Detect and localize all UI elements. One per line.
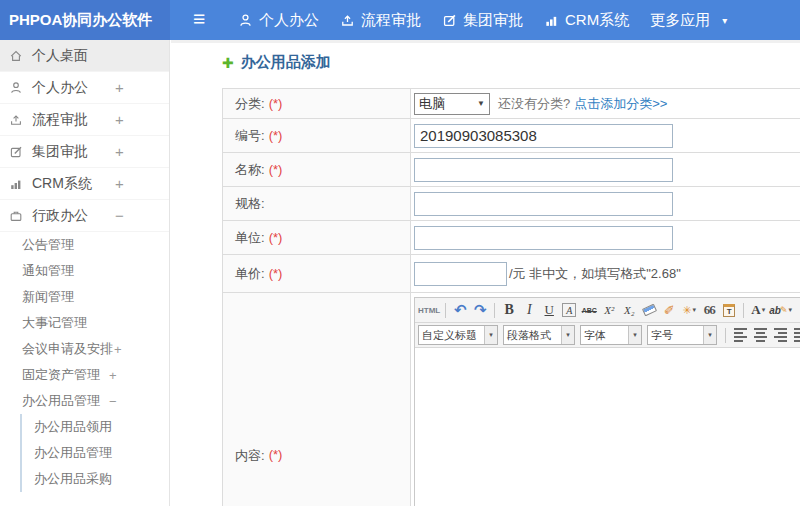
sidebar-subsub-group: 办公用品领用 办公用品管理 办公用品采购 [20, 414, 169, 492]
sidebar-item-personal-desktop[interactable]: 个人桌面 [0, 40, 169, 72]
sidebar-subitem-meeting-mgmt[interactable]: 会议申请及安排 + [0, 336, 169, 362]
nav-crm-system[interactable]: CRM系统 [544, 11, 629, 30]
expand-icon[interactable]: + [115, 136, 124, 167]
chevron-down-icon: ▾ [628, 326, 641, 344]
category-select[interactable]: 电脑 ▼ [414, 93, 490, 115]
form-row-category: 分类: (*) 电脑 ▼ 还没有分类? 点击添加分类>> [223, 89, 800, 119]
sidebar-item-personal-office[interactable]: 个人办公 + [0, 72, 169, 104]
nav-group-approval[interactable]: 集团审批 [442, 11, 523, 30]
expand-icon[interactable]: + [115, 72, 124, 103]
underline-button[interactable]: U [540, 300, 558, 320]
superscript-button[interactable]: X² [600, 300, 618, 320]
toolbar-separator [725, 328, 726, 343]
highlight-color-button[interactable]: ab✎▾ [769, 300, 792, 320]
expand-icon[interactable]: + [109, 368, 117, 383]
chevron-down-icon: ▾ [762, 306, 766, 314]
user-icon [238, 13, 253, 28]
price-input[interactable] [414, 262, 507, 286]
rich-text-editor: HTML ↶ ↷ B I U A ABC X² X₂ ✐ [414, 297, 800, 506]
toolbar-separator [445, 303, 446, 318]
collapse-icon[interactable]: − [109, 394, 117, 409]
align-justify-icon[interactable] [791, 325, 800, 345]
italic-button[interactable]: I [520, 300, 538, 320]
font-color-button[interactable]: A▾ [749, 300, 767, 320]
required-mark: (*) [269, 266, 283, 281]
align-left-icon[interactable] [731, 325, 749, 345]
price-label: 单价: [235, 265, 265, 283]
nav-personal-office[interactable]: 个人办公 [238, 11, 319, 30]
font-size-select[interactable]: 字号▾ [647, 325, 717, 345]
paste-icon[interactable]: T [720, 300, 738, 320]
editor-content-area[interactable] [415, 348, 800, 506]
strikethrough-button[interactable]: ABC [580, 300, 598, 320]
chevron-down-icon: ▾ [693, 306, 697, 314]
code-label: 编号: [235, 127, 265, 145]
nav-workflow-approval[interactable]: 流程审批 [340, 11, 421, 30]
spec-label: 规格: [235, 195, 265, 213]
flow-icon [340, 13, 355, 28]
add-icon: ✚ [222, 55, 234, 71]
html-source-button[interactable]: HTML [418, 300, 440, 320]
name-input[interactable] [414, 158, 673, 182]
add-category-link[interactable]: 点击添加分类>> [574, 95, 667, 113]
sidebar-subsubitem-supplies-purchase[interactable]: 办公用品采购 [22, 466, 169, 492]
pen-icon: ✎ [780, 305, 788, 315]
required-mark: (*) [269, 447, 283, 462]
expand-icon[interactable]: + [115, 168, 124, 199]
sidebar-subitem-office-supplies-mgmt[interactable]: 办公用品管理 − [0, 388, 169, 414]
sidebar-item-crm-system[interactable]: CRM系统 + [0, 168, 169, 200]
unit-input[interactable] [414, 226, 673, 250]
font-family-select[interactable]: 字体▾ [580, 325, 642, 345]
align-right-icon[interactable] [771, 325, 789, 345]
sidebar-subitem-fixed-assets-mgmt[interactable]: 固定资产管理 + [0, 362, 169, 388]
nav-more-apps[interactable]: 更多应用 ▾ [650, 11, 727, 30]
home-icon [9, 49, 23, 63]
chart-icon [544, 13, 559, 28]
redo-icon[interactable]: ↷ [471, 300, 489, 320]
form-row-content: 内容: (*) HTML ↶ ↷ B I U A ABC [223, 293, 800, 506]
sidebar-item-admin-office[interactable]: 行政办公 − [0, 200, 169, 232]
undo-icon[interactable]: ↶ [451, 300, 469, 320]
format-brush-icon[interactable]: ✐ [660, 300, 678, 320]
blockquote-button[interactable]: 66 [700, 300, 718, 320]
form-row-code: 编号: (*) [223, 119, 800, 153]
align-center-icon[interactable] [751, 325, 769, 345]
paint-format-icon[interactable]: ✳▾ [680, 300, 698, 320]
required-mark: (*) [269, 96, 283, 111]
code-input[interactable] [414, 124, 673, 148]
required-mark: (*) [269, 230, 283, 245]
chevron-down-icon: ▾ [722, 15, 727, 26]
sidebar-subitem-notice-mgmt[interactable]: 通知管理 [0, 258, 169, 284]
expand-icon[interactable]: + [114, 342, 122, 357]
sidebar-subitem-events-mgmt[interactable]: 大事记管理 [0, 310, 169, 336]
expand-icon[interactable]: + [115, 104, 124, 135]
category-label: 分类: [235, 95, 265, 113]
subscript-button[interactable]: X₂ [620, 300, 638, 320]
form-row-price: 单价: (*) /元 非中文，如填写格式"2.68" [223, 255, 800, 293]
spec-input[interactable] [414, 192, 673, 216]
hamburger-menu-icon[interactable]: ≡ [193, 0, 205, 40]
flow-icon [9, 113, 23, 127]
sidebar-subitem-announcement-mgmt[interactable]: 公告管理 [0, 232, 169, 258]
eraser-icon[interactable] [640, 300, 658, 320]
custom-heading-select[interactable]: 自定义标题▾ [418, 325, 498, 345]
price-format-hint: /元 非中文，如填写格式"2.68" [509, 265, 681, 283]
font-style-button[interactable]: A [560, 300, 578, 320]
main-content: ✚ 办公用品添加 分类: (*) 电脑 ▼ 还没有分类? 点击添加分类>> 编号… [171, 40, 800, 506]
form-row-spec: 规格: [223, 187, 800, 221]
edit-icon [9, 145, 23, 159]
chevron-down-icon: ▾ [484, 326, 497, 344]
content-label: 内容: [235, 447, 265, 465]
sidebar-item-group-approval[interactable]: 集团审批 + [0, 136, 169, 168]
bold-button[interactable]: B [500, 300, 518, 320]
top-nav-menu: 个人办公 流程审批 集团审批 CRM系统 更多应用 ▾ [238, 0, 727, 40]
sidebar-subitem-news-mgmt[interactable]: 新闻管理 [0, 284, 169, 310]
unit-label: 单位: [235, 229, 265, 247]
navbar-shadow [171, 40, 800, 43]
sidebar-subsubitem-supplies-manage[interactable]: 办公用品管理 [22, 440, 169, 466]
sidebar-item-workflow-approval[interactable]: 流程审批 + [0, 104, 169, 136]
sidebar-subsubitem-supplies-claim[interactable]: 办公用品领用 [22, 414, 169, 440]
chevron-down-icon: ▾ [788, 306, 792, 314]
paragraph-format-select[interactable]: 段落格式▾ [503, 325, 575, 345]
collapse-icon[interactable]: − [115, 200, 124, 231]
